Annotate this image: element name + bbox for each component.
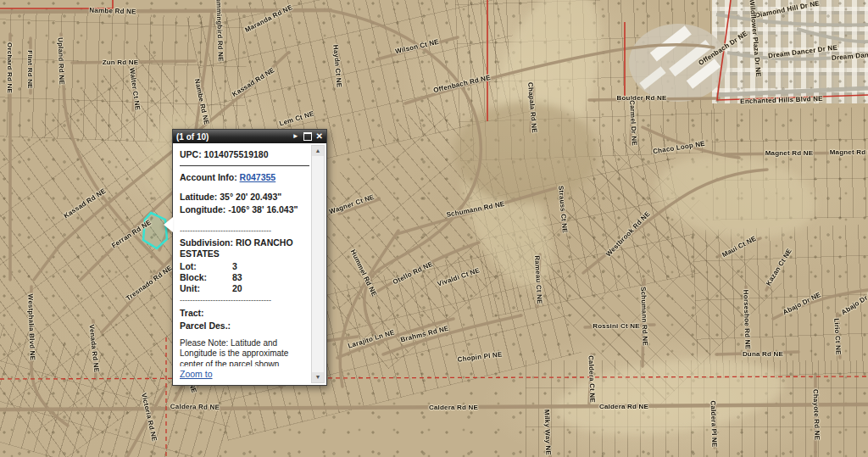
street-label: Caldera Rd NE — [429, 404, 478, 411]
map-viewport[interactable]: Nambe Rd NEOrchard Rd NEFlint Rd NEUplan… — [0, 0, 868, 457]
street-label: Magnet Rd NE — [830, 148, 868, 156]
zoom-to-link[interactable]: Zoom to — [180, 369, 213, 380]
street-label: Flint Rd NE — [26, 50, 34, 88]
street-label: Rossini Ct NE — [593, 322, 640, 330]
popup-titlebar[interactable]: (1 of 10) ► ✕ — [173, 130, 326, 143]
street-label: Caldera Ct NE — [587, 355, 597, 403]
maximize-icon[interactable] — [303, 132, 312, 141]
divider — [180, 165, 309, 166]
popup-scrollbar[interactable]: ▲ ▼ — [311, 145, 325, 383]
dashed-separator: ------------------------------------ — [180, 226, 309, 236]
street-label: Nambe Rd NE — [89, 7, 136, 16]
popup-callout-tail — [164, 217, 173, 232]
popup-title: (1 of 10) — [176, 132, 288, 142]
parcel-des-label: Parcel Des.: — [180, 320, 309, 332]
street-label: Orchard Rd NE — [6, 42, 14, 93]
account-info-label: Account Info: — [180, 172, 240, 182]
street-label: Caldera Rd NE — [599, 403, 648, 410]
account-info-line: Account Info: R047355 — [180, 172, 309, 183]
street-label: Magnet Rd NE — [765, 149, 814, 157]
scroll-down-icon[interactable]: ▼ — [312, 372, 324, 382]
longitude-value: Longitude: -106° 38' 16.043" — [180, 204, 309, 215]
lot-value: 3 — [232, 261, 237, 272]
parcel-info-popup: (1 of 10) ► ✕ UPC: 1014075519180 Account… — [172, 129, 327, 386]
street-label: Caldera Rd NE — [170, 403, 220, 411]
latitude-value: Latitude: 35° 20' 20.493" — [180, 192, 309, 203]
street-label: Milky Way NE — [543, 410, 553, 455]
scroll-up-icon[interactable]: ▲ — [312, 146, 324, 156]
dashed-separator: ------------------------------------ — [180, 296, 309, 305]
street-label: Duna Rd NE — [743, 350, 783, 358]
popup-note: Please Note: Latitude and Longitude is t… — [180, 338, 309, 366]
unit-value: 20 — [232, 283, 242, 294]
unit-row: Unit:20 — [180, 283, 309, 294]
street-label: Caldera Pl NE — [709, 400, 719, 447]
tract-label: Tract: — [180, 308, 309, 319]
next-result-icon[interactable]: ► — [292, 131, 299, 142]
popup-body: UPC: 1014075519180 Account Info: R047355… — [173, 143, 326, 385]
upc-value: UPC: 1014075519180 — [180, 149, 309, 160]
lot-row: Lot:3 — [180, 261, 309, 272]
street-label: Zun Rd NE — [103, 59, 139, 66]
account-link[interactable]: R047355 — [240, 172, 276, 182]
close-icon[interactable]: ✕ — [316, 131, 323, 142]
subdivision-value: Subdivision: RIO RANCHO ESTATES — [180, 237, 309, 259]
block-row: Block:83 — [180, 272, 309, 283]
street-label: Boulder Rd NE — [616, 94, 666, 102]
block-value: 83 — [232, 272, 242, 283]
lot-label: Lot: — [180, 261, 232, 272]
street-label: Upland Rd NE — [57, 37, 66, 85]
unit-label: Unit: — [180, 283, 232, 294]
block-label: Block: — [180, 272, 232, 283]
